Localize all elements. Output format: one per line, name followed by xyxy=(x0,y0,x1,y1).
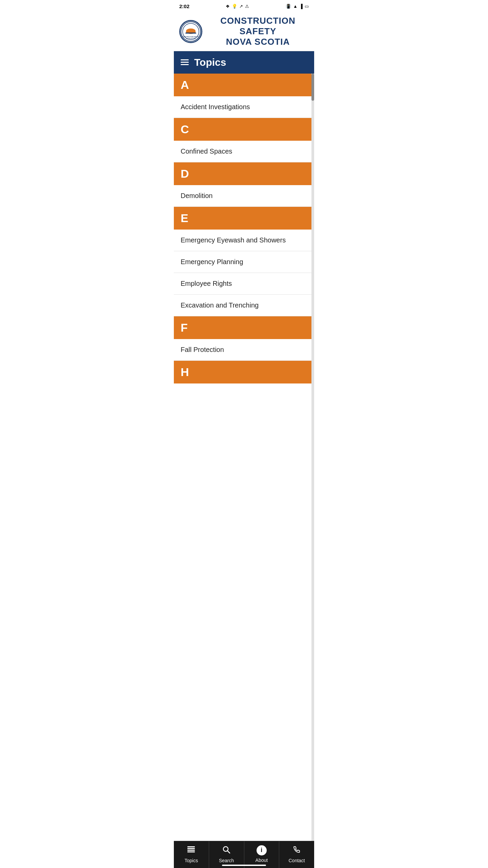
section-letter-c: C xyxy=(181,123,189,136)
nav-item-topics[interactable]: Topics xyxy=(174,841,209,868)
call-icon: ↗ xyxy=(239,4,243,9)
list-item-text: Employee Rights xyxy=(181,280,232,287)
topics-nav-label: Topics xyxy=(185,858,198,863)
wifi-icon: ▲ xyxy=(293,4,298,9)
status-left-icons: ❖ 💡 ↗ ⚠ xyxy=(226,4,249,9)
svg-rect-4 xyxy=(185,33,196,34)
status-right-icons: 📳 ▲ ▐ ▭ xyxy=(286,4,309,9)
signal-icon: ▐ xyxy=(300,4,303,9)
svg-rect-14 xyxy=(187,851,189,852)
menu-line-3 xyxy=(181,64,189,65)
list-item-text: Emergency Eyewash and Showers xyxy=(181,236,286,244)
content-area[interactable]: A Accident Investigations C Confined Spa… xyxy=(174,74,314,855)
svg-line-16 xyxy=(228,851,230,853)
list-item-text: Demolition xyxy=(181,192,212,199)
svg-rect-13 xyxy=(187,850,189,851)
topics-nav-icon xyxy=(186,845,196,856)
section-letter-h: H xyxy=(181,366,189,379)
section-letter-a: A xyxy=(181,78,189,92)
status-bar: 2:02 ❖ 💡 ↗ ⚠ 📳 ▲ ▐ ▭ xyxy=(174,0,314,12)
section-header-d: D xyxy=(174,162,314,185)
contact-nav-icon xyxy=(292,845,302,856)
battery-icon: ▭ xyxy=(305,4,309,9)
section-header-c: C xyxy=(174,118,314,141)
list-item-text: Emergency Planning xyxy=(181,258,243,265)
section-header-h: H xyxy=(174,361,314,383)
list-item-demolition[interactable]: Demolition xyxy=(174,185,314,207)
list-item-excavation-trenching[interactable]: Excavation and Trenching xyxy=(174,295,314,316)
list-item-emergency-planning[interactable]: Emergency Planning xyxy=(174,251,314,273)
section-header-a: A xyxy=(174,74,314,96)
menu-icon[interactable] xyxy=(181,59,189,65)
vibrate-icon: 📳 xyxy=(286,4,291,9)
svg-rect-12 xyxy=(187,848,189,849)
search-nav-label: Search xyxy=(219,858,234,863)
list-item-text: Accident Investigations xyxy=(181,103,250,111)
search-nav-icon xyxy=(222,845,231,856)
list-item-text: Excavation and Trenching xyxy=(181,301,259,309)
about-nav-label: About xyxy=(256,857,268,863)
lightbulb-icon: 💡 xyxy=(232,4,237,9)
app-logo: CONSTRUCTION SAFETY NOVA SCOTIA xyxy=(179,20,202,43)
nav-item-about[interactable]: i About xyxy=(244,841,280,868)
contact-nav-label: Contact xyxy=(289,858,305,863)
list-item-accident-investigations[interactable]: Accident Investigations xyxy=(174,96,314,118)
section-header-f: F xyxy=(174,316,314,339)
list-item-confined-spaces[interactable]: Confined Spaces xyxy=(174,141,314,162)
about-nav-icon: i xyxy=(257,845,267,855)
list-item-employee-rights[interactable]: Employee Rights xyxy=(174,273,314,295)
topics-header: Topics xyxy=(174,51,314,74)
app-header: CONSTRUCTION SAFETY NOVA SCOTIA CONSTRUC… xyxy=(174,12,314,51)
menu-line-2 xyxy=(181,62,189,63)
section-letter-d: D xyxy=(181,167,189,180)
status-time: 2:02 xyxy=(179,3,189,9)
section-header-e: E xyxy=(174,207,314,230)
menu-line-1 xyxy=(181,59,189,60)
scrollbar-track[interactable] xyxy=(311,74,314,855)
app-title: CONSTRUCTION SAFETYNOVA SCOTIA xyxy=(207,16,309,47)
section-letter-e: E xyxy=(181,212,188,225)
svg-rect-3 xyxy=(186,31,196,33)
bottom-home-indicator xyxy=(222,865,266,866)
nav-item-search[interactable]: Search xyxy=(209,841,244,868)
nav-item-contact[interactable]: Contact xyxy=(279,841,314,868)
scrollbar-thumb[interactable] xyxy=(311,74,314,101)
list-item-text: Confined Spaces xyxy=(181,147,232,155)
svg-rect-11 xyxy=(187,846,189,847)
notification-icon: ❖ xyxy=(226,4,230,9)
topics-page-title: Topics xyxy=(194,57,226,68)
list-item-fall-protection[interactable]: Fall Protection xyxy=(174,339,314,361)
bottom-nav: Topics Search i About Contact xyxy=(174,841,314,868)
section-letter-f: F xyxy=(181,321,188,334)
list-item-emergency-eyewash[interactable]: Emergency Eyewash and Showers xyxy=(174,230,314,251)
svg-text:NOVA SCOTIA: NOVA SCOTIA xyxy=(186,38,195,39)
list-item-text: Fall Protection xyxy=(181,346,224,353)
warning-icon: ⚠ xyxy=(245,4,249,9)
